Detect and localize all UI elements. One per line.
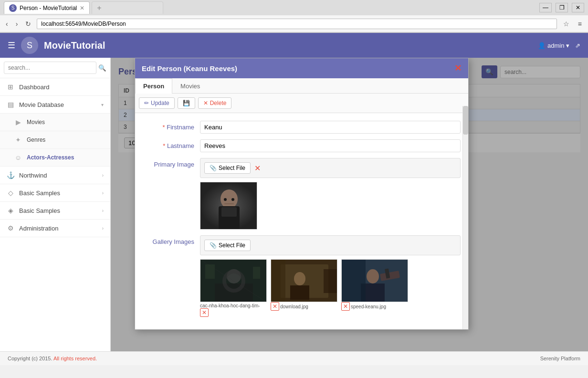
form-row-lastname: * Lastname — [143, 139, 461, 152]
content-area: Person 🔍 ID First 1 Carr — [111, 58, 588, 351]
theme-samples-icon: ◈ — [7, 207, 14, 214]
gallery-area: 📎 Select File — [200, 235, 461, 316]
select-file-button[interactable]: 📎 Select File — [204, 162, 251, 174]
svg-rect-12 — [205, 264, 215, 279]
file-upload-row: 📎 Select File ✕ — [204, 162, 456, 174]
svg-rect-26 — [342, 260, 366, 302]
header-left: ☰ S MovieTutorial — [8, 37, 105, 54]
back-button[interactable]: ‹ — [4, 19, 10, 29]
sidebar-search-input[interactable] — [4, 62, 96, 74]
svg-point-1 — [220, 189, 238, 209]
gallery-remove-button-1[interactable]: ✕ — [200, 308, 209, 316]
sidebar-item-movies[interactable]: ▶ Movies — [0, 114, 110, 131]
clear-file-button[interactable]: ✕ — [254, 164, 261, 173]
svg-point-16 — [294, 272, 305, 285]
browser-chrome: S Person - MovieTutorial ✕ + — ❐ ✕ ‹ › ↻… — [0, 0, 588, 33]
app-body: 🔍 ⊞ Dashboard ▤ Movie Database ▾ ▶ Movie… — [0, 58, 588, 351]
primary-image-preview — [200, 182, 257, 230]
modal-tabs: Person Movies — [135, 78, 468, 94]
sidebar-item-movie-database[interactable]: ▤ Movie Database ▾ — [0, 96, 110, 114]
tab-person[interactable]: Person — [135, 78, 172, 94]
restore-button[interactable]: ❐ — [556, 3, 568, 12]
administration-icon: ⚙ — [7, 224, 14, 232]
update-button[interactable]: ✏ Update — [139, 97, 175, 109]
form-row-firstname: * Firstname — [143, 121, 461, 134]
address-bar[interactable]: localhost:56549/MovieDB/Person — [37, 19, 556, 29]
gallery-remove-button-3[interactable]: ✕ — [341, 302, 350, 310]
svg-rect-3 — [221, 207, 237, 217]
header-right: 👤 admin ▾ ⇗ — [538, 42, 580, 49]
footer-rights-link[interactable]: All rights reserved. — [53, 356, 97, 361]
svg-rect-18 — [271, 260, 285, 302]
admin-menu-button[interactable]: 👤 admin ▾ — [538, 42, 569, 49]
gallery-filename: cac-nha-khoa-hoc-dang-tim- — [200, 303, 267, 308]
window-controls: — ❐ ✕ — [539, 3, 584, 12]
remove-icon: ✕ — [200, 308, 209, 317]
gallery-image-1-svg — [200, 260, 267, 302]
sidebar-item-administration[interactable]: ⚙ Administration › — [0, 220, 110, 237]
sidebar-search-button[interactable]: 🔍 — [98, 64, 106, 72]
actors-icon: ☺ — [14, 154, 22, 161]
gallery-thumb — [271, 259, 337, 302]
gallery-select-file-button[interactable]: 📎 Select File — [204, 240, 251, 251]
close-button[interactable]: ✕ — [572, 3, 584, 12]
modal-title: Edit Person (Keanu Reeves) — [142, 64, 237, 73]
browser-titlebar: S Person - MovieTutorial ✕ + — ❐ ✕ — [0, 0, 588, 15]
menu-button[interactable]: ≡ — [576, 19, 584, 29]
gallery-item-footer: ✕ download.jpg — [271, 302, 337, 310]
admin-label: admin — [547, 42, 564, 49]
sidebar-item-label: Basic Samples — [19, 189, 97, 197]
sidebar-item-actors[interactable]: ☺ Actors-Actresses — [0, 149, 110, 167]
reload-button[interactable]: ↻ — [23, 19, 33, 29]
app-logo: S — [21, 37, 38, 54]
modal-toolbar: ✏ Update 💾 ✕ Delete — [135, 94, 468, 113]
svg-rect-6 — [224, 203, 234, 204]
scrollbar-thumb[interactable] — [463, 106, 468, 135]
gallery-images-container: cac-nha-khoa-hoc-dang-tim- ✕ — [200, 259, 461, 316]
forward-button[interactable]: › — [14, 19, 20, 29]
sidebar-item-dashboard[interactable]: ⊞ Dashboard — [0, 78, 110, 96]
browser-tab-new[interactable]: + — [92, 1, 163, 14]
sidebar-item-theme-samples[interactable]: ◈ Basic Samples › — [0, 202, 110, 220]
movie-database-icon: ▤ — [7, 101, 14, 108]
bookmark-button[interactable]: ☆ — [561, 19, 572, 29]
gallery-image-2-svg — [271, 260, 337, 302]
tab-close-icon[interactable]: ✕ — [80, 5, 84, 11]
tab-movies[interactable]: Movies — [172, 78, 208, 94]
svg-point-5 — [231, 198, 234, 201]
delete-button[interactable]: ✕ Delete — [198, 97, 232, 109]
sidebar-item-basic-samples[interactable]: ◇ Basic Samples › — [0, 184, 110, 202]
remove-icon: ✕ — [341, 302, 350, 311]
svg-rect-19 — [324, 269, 337, 293]
sidebar-item-label: Actors-Actresses — [27, 154, 104, 161]
gallery-filename: speed-keanu.jpg — [351, 304, 386, 309]
sidebar-item-northwind[interactable]: ⚓ Northwind › — [0, 167, 110, 184]
gallery-image-3-svg — [342, 260, 408, 302]
gallery-thumb — [341, 259, 408, 302]
sidebar-item-label: Genres — [27, 136, 104, 143]
person-image-svg — [200, 182, 257, 230]
save-button[interactable]: 💾 — [178, 97, 195, 109]
modal-scrollbar[interactable] — [462, 106, 468, 329]
sidebar-item-genres[interactable]: ✦ Genres — [0, 131, 110, 149]
edit-modal: Edit Person (Keanu Reeves) ✕ Person Movi… — [135, 58, 469, 330]
gallery-remove-button-2[interactable]: ✕ — [271, 302, 279, 310]
minimize-button[interactable]: — — [539, 3, 552, 12]
gallery-paperclip-icon: 📎 — [210, 242, 217, 249]
share-button[interactable]: ⇗ — [575, 42, 580, 49]
movies-icon: ▶ — [14, 118, 22, 126]
footer-copyright: Copyright (c) 2015. All rights reserved. — [8, 356, 97, 361]
gallery-item: ✕ speed-keanu.jpg — [341, 259, 408, 316]
svg-rect-17 — [290, 285, 309, 300]
northwind-icon: ⚓ — [7, 171, 14, 179]
modal-close-button[interactable]: ✕ — [454, 63, 462, 74]
save-icon: 💾 — [183, 100, 190, 106]
firstname-input[interactable] — [200, 121, 461, 134]
hamburger-menu-button[interactable]: ☰ — [8, 40, 15, 51]
share-icon: ⇗ — [575, 42, 580, 49]
browser-addressbar: ‹ › ↻ localhost:56549/MovieDB/Person ☆ ≡ — [0, 15, 588, 32]
select-file-label: Select File — [219, 165, 245, 171]
lastname-input[interactable] — [200, 139, 461, 152]
file-upload-area: 📎 Select File ✕ — [200, 158, 461, 178]
browser-tab-active[interactable]: S Person - MovieTutorial ✕ — [4, 1, 90, 14]
